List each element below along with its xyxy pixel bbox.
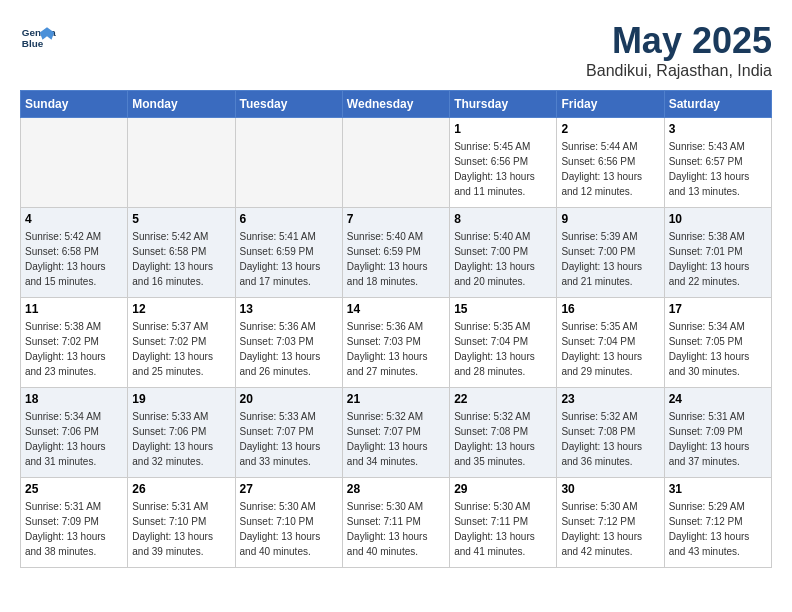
- day-info: Sunrise: 5:38 AM Sunset: 7:02 PM Dayligh…: [25, 319, 123, 379]
- day-number: 19: [132, 392, 230, 406]
- day-cell-25: 25Sunrise: 5:31 AM Sunset: 7:09 PM Dayli…: [21, 478, 128, 568]
- day-info: Sunrise: 5:33 AM Sunset: 7:06 PM Dayligh…: [132, 409, 230, 469]
- day-cell-10: 10Sunrise: 5:38 AM Sunset: 7:01 PM Dayli…: [664, 208, 771, 298]
- day-number: 23: [561, 392, 659, 406]
- day-number: 10: [669, 212, 767, 226]
- day-number: 31: [669, 482, 767, 496]
- day-cell-14: 14Sunrise: 5:36 AM Sunset: 7:03 PM Dayli…: [342, 298, 449, 388]
- day-info: Sunrise: 5:44 AM Sunset: 6:56 PM Dayligh…: [561, 139, 659, 199]
- day-cell-29: 29Sunrise: 5:30 AM Sunset: 7:11 PM Dayli…: [450, 478, 557, 568]
- day-info: Sunrise: 5:31 AM Sunset: 7:09 PM Dayligh…: [25, 499, 123, 559]
- day-info: Sunrise: 5:30 AM Sunset: 7:11 PM Dayligh…: [454, 499, 552, 559]
- day-cell-3: 3Sunrise: 5:43 AM Sunset: 6:57 PM Daylig…: [664, 118, 771, 208]
- day-number: 20: [240, 392, 338, 406]
- day-info: Sunrise: 5:30 AM Sunset: 7:10 PM Dayligh…: [240, 499, 338, 559]
- empty-cell: [128, 118, 235, 208]
- logo-icon: General Blue: [20, 20, 56, 56]
- day-number: 17: [669, 302, 767, 316]
- day-info: Sunrise: 5:32 AM Sunset: 7:08 PM Dayligh…: [561, 409, 659, 469]
- day-cell-6: 6Sunrise: 5:41 AM Sunset: 6:59 PM Daylig…: [235, 208, 342, 298]
- calendar-week-4: 18Sunrise: 5:34 AM Sunset: 7:06 PM Dayli…: [21, 388, 772, 478]
- day-info: Sunrise: 5:35 AM Sunset: 7:04 PM Dayligh…: [561, 319, 659, 379]
- day-number: 24: [669, 392, 767, 406]
- day-cell-24: 24Sunrise: 5:31 AM Sunset: 7:09 PM Dayli…: [664, 388, 771, 478]
- day-cell-11: 11Sunrise: 5:38 AM Sunset: 7:02 PM Dayli…: [21, 298, 128, 388]
- day-number: 1: [454, 122, 552, 136]
- weekday-tuesday: Tuesday: [235, 91, 342, 118]
- empty-cell: [21, 118, 128, 208]
- day-number: 30: [561, 482, 659, 496]
- weekday-thursday: Thursday: [450, 91, 557, 118]
- calendar-week-3: 11Sunrise: 5:38 AM Sunset: 7:02 PM Dayli…: [21, 298, 772, 388]
- day-info: Sunrise: 5:43 AM Sunset: 6:57 PM Dayligh…: [669, 139, 767, 199]
- day-number: 14: [347, 302, 445, 316]
- day-number: 26: [132, 482, 230, 496]
- day-number: 6: [240, 212, 338, 226]
- day-cell-1: 1Sunrise: 5:45 AM Sunset: 6:56 PM Daylig…: [450, 118, 557, 208]
- day-info: Sunrise: 5:36 AM Sunset: 7:03 PM Dayligh…: [347, 319, 445, 379]
- day-cell-12: 12Sunrise: 5:37 AM Sunset: 7:02 PM Dayli…: [128, 298, 235, 388]
- day-number: 3: [669, 122, 767, 136]
- day-cell-15: 15Sunrise: 5:35 AM Sunset: 7:04 PM Dayli…: [450, 298, 557, 388]
- day-cell-28: 28Sunrise: 5:30 AM Sunset: 7:11 PM Dayli…: [342, 478, 449, 568]
- weekday-header-row: SundayMondayTuesdayWednesdayThursdayFrid…: [21, 91, 772, 118]
- day-cell-17: 17Sunrise: 5:34 AM Sunset: 7:05 PM Dayli…: [664, 298, 771, 388]
- day-info: Sunrise: 5:39 AM Sunset: 7:00 PM Dayligh…: [561, 229, 659, 289]
- day-number: 27: [240, 482, 338, 496]
- day-cell-2: 2Sunrise: 5:44 AM Sunset: 6:56 PM Daylig…: [557, 118, 664, 208]
- location: Bandikui, Rajasthan, India: [586, 62, 772, 80]
- day-info: Sunrise: 5:30 AM Sunset: 7:12 PM Dayligh…: [561, 499, 659, 559]
- day-cell-8: 8Sunrise: 5:40 AM Sunset: 7:00 PM Daylig…: [450, 208, 557, 298]
- calendar-week-2: 4Sunrise: 5:42 AM Sunset: 6:58 PM Daylig…: [21, 208, 772, 298]
- day-cell-30: 30Sunrise: 5:30 AM Sunset: 7:12 PM Dayli…: [557, 478, 664, 568]
- day-info: Sunrise: 5:40 AM Sunset: 7:00 PM Dayligh…: [454, 229, 552, 289]
- day-cell-19: 19Sunrise: 5:33 AM Sunset: 7:06 PM Dayli…: [128, 388, 235, 478]
- day-cell-21: 21Sunrise: 5:32 AM Sunset: 7:07 PM Dayli…: [342, 388, 449, 478]
- day-number: 8: [454, 212, 552, 226]
- day-info: Sunrise: 5:34 AM Sunset: 7:06 PM Dayligh…: [25, 409, 123, 469]
- weekday-sunday: Sunday: [21, 91, 128, 118]
- day-number: 7: [347, 212, 445, 226]
- day-number: 29: [454, 482, 552, 496]
- day-info: Sunrise: 5:32 AM Sunset: 7:08 PM Dayligh…: [454, 409, 552, 469]
- day-cell-5: 5Sunrise: 5:42 AM Sunset: 6:58 PM Daylig…: [128, 208, 235, 298]
- day-number: 13: [240, 302, 338, 316]
- day-cell-9: 9Sunrise: 5:39 AM Sunset: 7:00 PM Daylig…: [557, 208, 664, 298]
- day-info: Sunrise: 5:31 AM Sunset: 7:10 PM Dayligh…: [132, 499, 230, 559]
- day-number: 25: [25, 482, 123, 496]
- weekday-wednesday: Wednesday: [342, 91, 449, 118]
- day-number: 9: [561, 212, 659, 226]
- day-cell-18: 18Sunrise: 5:34 AM Sunset: 7:06 PM Dayli…: [21, 388, 128, 478]
- day-info: Sunrise: 5:33 AM Sunset: 7:07 PM Dayligh…: [240, 409, 338, 469]
- calendar-table: SundayMondayTuesdayWednesdayThursdayFrid…: [20, 90, 772, 568]
- day-info: Sunrise: 5:32 AM Sunset: 7:07 PM Dayligh…: [347, 409, 445, 469]
- day-info: Sunrise: 5:30 AM Sunset: 7:11 PM Dayligh…: [347, 499, 445, 559]
- day-cell-4: 4Sunrise: 5:42 AM Sunset: 6:58 PM Daylig…: [21, 208, 128, 298]
- day-cell-20: 20Sunrise: 5:33 AM Sunset: 7:07 PM Dayli…: [235, 388, 342, 478]
- day-cell-31: 31Sunrise: 5:29 AM Sunset: 7:12 PM Dayli…: [664, 478, 771, 568]
- weekday-friday: Friday: [557, 91, 664, 118]
- day-info: Sunrise: 5:34 AM Sunset: 7:05 PM Dayligh…: [669, 319, 767, 379]
- day-info: Sunrise: 5:35 AM Sunset: 7:04 PM Dayligh…: [454, 319, 552, 379]
- day-info: Sunrise: 5:45 AM Sunset: 6:56 PM Dayligh…: [454, 139, 552, 199]
- empty-cell: [235, 118, 342, 208]
- calendar-week-5: 25Sunrise: 5:31 AM Sunset: 7:09 PM Dayli…: [21, 478, 772, 568]
- day-info: Sunrise: 5:42 AM Sunset: 6:58 PM Dayligh…: [132, 229, 230, 289]
- month-title: May 2025: [586, 20, 772, 62]
- calendar-week-1: 1Sunrise: 5:45 AM Sunset: 6:56 PM Daylig…: [21, 118, 772, 208]
- day-cell-27: 27Sunrise: 5:30 AM Sunset: 7:10 PM Dayli…: [235, 478, 342, 568]
- day-cell-23: 23Sunrise: 5:32 AM Sunset: 7:08 PM Dayli…: [557, 388, 664, 478]
- day-number: 2: [561, 122, 659, 136]
- day-number: 21: [347, 392, 445, 406]
- day-number: 28: [347, 482, 445, 496]
- title-block: May 2025 Bandikui, Rajasthan, India: [586, 20, 772, 80]
- day-info: Sunrise: 5:41 AM Sunset: 6:59 PM Dayligh…: [240, 229, 338, 289]
- day-number: 4: [25, 212, 123, 226]
- day-info: Sunrise: 5:31 AM Sunset: 7:09 PM Dayligh…: [669, 409, 767, 469]
- day-number: 5: [132, 212, 230, 226]
- day-cell-16: 16Sunrise: 5:35 AM Sunset: 7:04 PM Dayli…: [557, 298, 664, 388]
- empty-cell: [342, 118, 449, 208]
- day-info: Sunrise: 5:29 AM Sunset: 7:12 PM Dayligh…: [669, 499, 767, 559]
- page-header: General Blue May 2025 Bandikui, Rajastha…: [20, 20, 772, 80]
- day-info: Sunrise: 5:42 AM Sunset: 6:58 PM Dayligh…: [25, 229, 123, 289]
